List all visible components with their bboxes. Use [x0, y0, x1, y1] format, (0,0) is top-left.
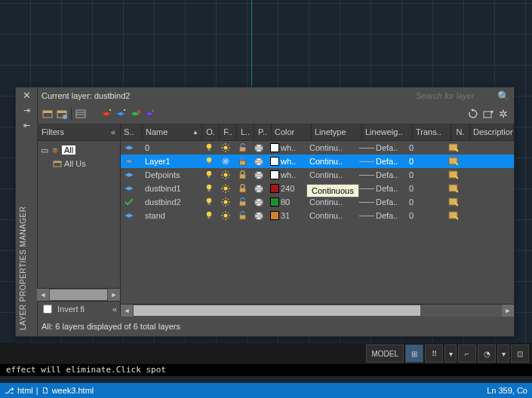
- col-name[interactable]: Name▲: [143, 124, 202, 140]
- name-cell[interactable]: stand: [142, 209, 201, 222]
- transparency-cell[interactable]: 0: [406, 209, 444, 222]
- freeze-toggle[interactable]: [217, 195, 234, 209]
- lock-toggle[interactable]: [234, 195, 251, 209]
- plot-toggle[interactable]: [251, 209, 267, 222]
- freeze-toggle[interactable]: [217, 168, 234, 182]
- on-toggle[interactable]: [201, 141, 217, 155]
- plot-toggle[interactable]: [251, 182, 267, 195]
- color-cell[interactable]: wh..: [267, 155, 306, 168]
- grid-icon[interactable]: ⊞: [405, 344, 423, 363]
- plot-toggle[interactable]: [251, 195, 267, 209]
- scroll-right-icon[interactable]: ►: [502, 305, 514, 317]
- col-description[interactable]: Description: [470, 124, 514, 140]
- col-status[interactable]: S..: [121, 124, 143, 140]
- name-cell[interactable]: 0: [142, 141, 201, 155]
- transparency-cell[interactable]: 0: [406, 155, 444, 168]
- col-on[interactable]: O.: [202, 124, 220, 140]
- description-cell[interactable]: [462, 141, 514, 155]
- settings-sheet-icon[interactable]: [482, 108, 494, 120]
- lineweight-cell[interactable]: Defa..: [356, 155, 406, 168]
- scroll-left-icon[interactable]: ◄: [121, 305, 133, 317]
- filters-hscroll[interactable]: ◄ ►: [37, 288, 120, 301]
- search-icon[interactable]: 🔍: [497, 90, 509, 102]
- new-group-icon[interactable]: [42, 108, 54, 120]
- plot-toggle[interactable]: [251, 155, 267, 168]
- plot-toggle[interactable]: [251, 168, 267, 182]
- transparency-cell[interactable]: 0: [406, 195, 444, 209]
- name-cell[interactable]: Layer1: [142, 155, 201, 168]
- delete-layer-icon[interactable]: [129, 108, 141, 120]
- newvp-cell[interactable]: [444, 168, 462, 182]
- col-newvp[interactable]: N.: [451, 124, 470, 140]
- on-toggle[interactable]: [201, 168, 217, 182]
- pin-icon[interactable]: ⇥: [16, 103, 37, 118]
- col-lineweight[interactable]: Lineweig..: [362, 124, 413, 140]
- freeze-toggle[interactable]: [217, 209, 234, 222]
- linetype-cell[interactable]: Continu..: [306, 155, 356, 168]
- linetype-cell[interactable]: Continu..: [306, 141, 356, 155]
- lock-toggle[interactable]: [234, 155, 251, 168]
- color-cell[interactable]: wh..: [267, 141, 306, 155]
- table-row[interactable]: Defpointswh..Continu..Defa..0: [121, 168, 514, 182]
- scroll-thumb[interactable]: [50, 289, 107, 300]
- refresh-icon[interactable]: [467, 108, 479, 120]
- new-group-filter-icon[interactable]: [56, 108, 68, 120]
- col-freeze[interactable]: F..: [220, 124, 237, 140]
- transparency-cell[interactable]: 0: [406, 141, 444, 155]
- gear-icon[interactable]: ✲: [497, 108, 509, 120]
- scroll-left-icon[interactable]: ◄: [37, 289, 49, 301]
- description-cell[interactable]: [462, 209, 514, 222]
- cursor-position[interactable]: Ln 359, Co: [487, 386, 527, 395]
- lineweight-cell[interactable]: Defa..: [356, 168, 406, 182]
- linetype-cell[interactable]: Continu..: [306, 168, 356, 182]
- color-cell[interactable]: 31: [267, 209, 306, 222]
- description-cell[interactable]: [462, 182, 514, 195]
- command-line[interactable]: effect will eliminate.Click spot: [0, 364, 532, 376]
- dropdown-icon[interactable]: ▾: [444, 344, 457, 363]
- lineweight-cell[interactable]: Defa..: [356, 195, 406, 209]
- description-cell[interactable]: [462, 155, 514, 168]
- lock-toggle[interactable]: [234, 209, 251, 222]
- new-layer-vp-icon[interactable]: [115, 108, 127, 120]
- file-name-label[interactable]: week3.html: [52, 386, 94, 395]
- newvp-cell[interactable]: [444, 195, 462, 209]
- snap-icon[interactable]: ⠿: [425, 344, 443, 363]
- col-color[interactable]: Color: [272, 124, 312, 140]
- close-icon[interactable]: ✕: [16, 87, 37, 103]
- freeze-toggle[interactable]: [217, 141, 234, 155]
- filter-node-all[interactable]: ▭ All: [39, 143, 118, 157]
- newvp-cell[interactable]: [444, 182, 462, 195]
- col-plot[interactable]: P..: [254, 124, 272, 140]
- new-layer-icon[interactable]: [100, 108, 112, 120]
- on-toggle[interactable]: [201, 155, 217, 168]
- lock-toggle[interactable]: [234, 168, 251, 182]
- freeze-toggle[interactable]: [217, 182, 234, 195]
- collapse-filters-icon[interactable]: «: [111, 127, 115, 136]
- name-cell[interactable]: Defpoints: [142, 168, 201, 182]
- lineweight-cell[interactable]: Defa..: [356, 182, 406, 195]
- table-row[interactable]: 0wh..Continu..Defa..0: [121, 141, 514, 155]
- file-type-label[interactable]: html: [17, 386, 33, 395]
- color-cell[interactable]: 80: [267, 195, 306, 209]
- color-cell[interactable]: wh..: [267, 168, 306, 182]
- col-lock[interactable]: L..: [237, 124, 254, 140]
- table-row[interactable]: stand31Continu..Defa..0: [121, 209, 514, 222]
- filter-node-all-used[interactable]: All Us: [39, 157, 118, 170]
- scroll-thumb[interactable]: [134, 305, 420, 316]
- newvp-cell[interactable]: [444, 209, 462, 222]
- col-transparency[interactable]: Trans..: [413, 124, 451, 140]
- lineweight-cell[interactable]: Defa..: [356, 209, 406, 222]
- color-cell[interactable]: 240: [267, 182, 306, 195]
- transparency-cell[interactable]: 0: [406, 182, 444, 195]
- search-input[interactable]: [414, 90, 493, 101]
- description-cell[interactable]: [462, 168, 514, 182]
- model-button[interactable]: MODEL: [366, 344, 404, 363]
- newvp-cell[interactable]: [444, 141, 462, 155]
- transparency-cell[interactable]: 0: [406, 168, 444, 182]
- name-cell[interactable]: dustbind1: [142, 182, 201, 195]
- plot-toggle[interactable]: [251, 141, 267, 155]
- branch-icon[interactable]: ⎇: [5, 386, 14, 396]
- description-cell[interactable]: [462, 195, 514, 209]
- polar-icon[interactable]: ◔: [478, 344, 496, 363]
- lineweight-cell[interactable]: Defa..: [356, 141, 406, 155]
